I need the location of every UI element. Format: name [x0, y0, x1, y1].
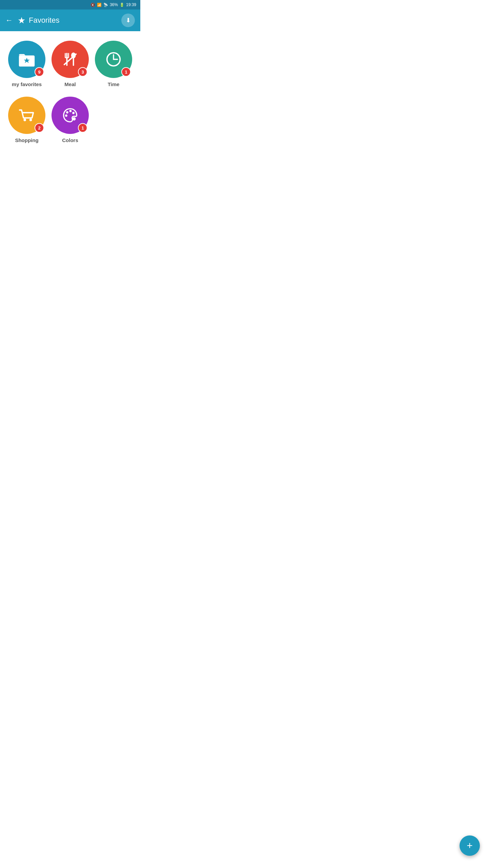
mute-icon: 🔇	[90, 3, 95, 7]
shopping-badge: 2	[35, 123, 44, 133]
palette-icon	[60, 105, 80, 125]
category-my-favorites[interactable]: 9 my favorites	[7, 41, 47, 87]
svg-point-15	[72, 112, 75, 114]
meal-icon	[60, 50, 80, 69]
time-label: Time	[108, 81, 120, 87]
svg-point-14	[69, 110, 72, 112]
battery-text: 36%	[110, 2, 118, 7]
clock-icon	[104, 50, 123, 69]
my-favorites-circle-container: 9	[8, 41, 45, 78]
svg-line-7	[64, 54, 76, 65]
battery-icon: 🔋	[120, 3, 124, 7]
colors-label: Colors	[62, 137, 78, 143]
shopping-label: Shopping	[15, 137, 38, 143]
my-favorites-label: my favorites	[12, 81, 42, 87]
category-colors[interactable]: 1 Colors	[50, 97, 90, 143]
svg-point-11	[23, 119, 26, 121]
svg-point-12	[29, 119, 32, 121]
status-bar: 🔇 📶 📡 36% 🔋 19:39	[0, 0, 140, 9]
app-bar-title-area: ★ Favorites	[18, 15, 59, 26]
time-text: 19:39	[126, 2, 136, 7]
colors-circle-container: 1	[52, 97, 89, 134]
app-bar: ← ★ Favorites ⬇	[0, 9, 140, 31]
empty-slot	[94, 97, 134, 143]
wifi-icon: 📶	[97, 3, 102, 7]
categories-row-2: 2 Shopping 1 C	[7, 97, 134, 143]
my-favorites-badge: 9	[35, 67, 44, 77]
categories-row-1: 9 my favorites	[7, 41, 134, 87]
meal-circle-container: 3	[52, 41, 89, 78]
app-bar-left: ← ★ Favorites	[5, 15, 59, 26]
cart-icon	[17, 105, 37, 125]
time-badge: 1	[121, 67, 131, 77]
svg-point-17	[73, 117, 76, 121]
signal-icon: 📡	[103, 3, 108, 7]
page-title: Favorites	[29, 16, 59, 25]
download-icon: ⬇	[126, 17, 131, 24]
time-circle-container: 1	[95, 41, 132, 78]
download-button[interactable]: ⬇	[121, 14, 135, 27]
content-area: 9 my favorites	[0, 31, 140, 153]
meal-badge: 3	[78, 67, 87, 77]
colors-badge: 1	[78, 123, 87, 133]
category-meal[interactable]: 3 Meal	[50, 41, 90, 87]
svg-point-16	[65, 115, 67, 117]
favorites-star-icon: ★	[18, 15, 25, 26]
svg-point-13	[66, 111, 68, 114]
category-time[interactable]: 1 Time	[94, 41, 134, 87]
shopping-circle-container: 2	[8, 97, 45, 134]
meal-label: Meal	[64, 81, 76, 87]
folder-star-icon	[17, 50, 37, 69]
back-button[interactable]: ←	[5, 16, 13, 25]
status-icons: 🔇 📶 📡 36% 🔋 19:39	[90, 2, 136, 7]
category-shopping[interactable]: 2 Shopping	[7, 97, 47, 143]
